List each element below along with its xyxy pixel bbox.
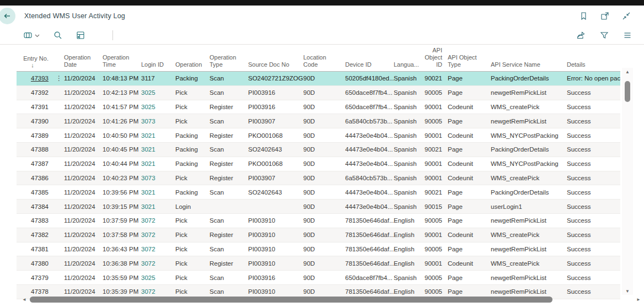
table-row[interactable]: 4738711/20/202410:40:44 PM3021PackingReg…: [17, 157, 620, 171]
table-row[interactable]: 4739111/20/202410:41:57 PM3025PickRegist…: [17, 100, 620, 114]
col-header-language[interactable]: Langua...: [394, 45, 420, 72]
cell-operation: Pick: [175, 256, 210, 271]
col-header-device_id[interactable]: Device ID: [345, 45, 394, 72]
col-header-login_id[interactable]: Login ID: [141, 45, 175, 72]
cell-row_menu: [54, 242, 64, 256]
table-row[interactable]: 4739011/20/202410:41:26 PM3073PickScanPI…: [17, 114, 620, 128]
analysis-mode-icon[interactable]: [76, 31, 85, 40]
entry-no-link[interactable]: 47379: [31, 274, 49, 281]
scroll-right-button[interactable]: ►: [634, 295, 643, 303]
table-row[interactable]: 4738311/20/202410:37:59 PM3072PickScanPI…: [17, 213, 620, 228]
col-header-operation[interactable]: Operation: [175, 45, 210, 72]
list-options-icon[interactable]: [623, 31, 632, 40]
scroll-up-button[interactable]: ▲: [622, 68, 633, 76]
login-id-link[interactable]: 3117: [141, 75, 155, 82]
table-row[interactable]: 4738611/20/202410:40:23 PM3073PickRegist…: [17, 171, 620, 185]
entry-no-link[interactable]: 47392: [31, 89, 49, 96]
col-header-source_doc_no[interactable]: Source Doc No: [248, 45, 303, 72]
cell-details: Success: [567, 185, 620, 200]
cell-row_menu: [54, 142, 64, 157]
entry-no-link[interactable]: 47393: [31, 75, 49, 82]
filter-icon[interactable]: [600, 31, 609, 40]
login-id-link[interactable]: 3021: [141, 160, 155, 167]
cell-operation: Packing: [175, 72, 210, 86]
cell-row_menu: [54, 228, 64, 242]
table-row[interactable]: 4737911/20/202410:35:59 PM3025PickScanPI…: [17, 271, 620, 285]
table-row[interactable]: 4738411/20/202410:39:15 PM3021Login90D44…: [17, 200, 620, 214]
login-id-link[interactable]: 3073: [141, 118, 155, 125]
dynamics-app-menu-button[interactable]: [23, 31, 40, 40]
table-row[interactable]: 4738911/20/202410:40:50 PM3021PackingReg…: [17, 128, 620, 143]
cell-device_id: 781350e646daf...: [345, 213, 394, 228]
cell-source_doc_no: SO2402643: [248, 185, 303, 200]
horizontal-scrollbar[interactable]: ◄ ►: [20, 295, 643, 303]
search-icon[interactable]: [53, 31, 62, 40]
login-id-link[interactable]: 3021: [141, 203, 155, 210]
entry-no-link[interactable]: 47389: [31, 132, 49, 139]
scroll-down-button[interactable]: ▼: [622, 287, 633, 295]
table-row[interactable]: 47393⋮11/20/202410:48:13 PM3117PackingSc…: [17, 72, 620, 86]
entry-no-link[interactable]: 47386: [31, 175, 49, 181]
table-row[interactable]: 4738111/20/202410:36:43 PM3072PickScanPI…: [17, 242, 620, 256]
table-row[interactable]: 4738211/20/202410:37:58 PM3072PickRegist…: [17, 228, 620, 242]
cell-details: Success: [567, 100, 620, 114]
col-header-operation_type[interactable]: Operation Type: [210, 45, 248, 72]
row-context-menu-icon[interactable]: ⋮: [56, 74, 62, 82]
cell-row_menu: [54, 100, 64, 114]
entry-no-link[interactable]: 47381: [31, 246, 49, 252]
cell-entry_no: 47381: [17, 242, 54, 256]
login-id-link[interactable]: 3072: [141, 260, 155, 267]
col-header-api_object_type[interactable]: API Object Type: [448, 45, 491, 72]
table-row[interactable]: 4738811/20/202410:40:45 PM3021PackingSca…: [17, 142, 620, 157]
cell-details: Success: [567, 213, 620, 228]
entry-no-link[interactable]: 47390: [31, 118, 49, 125]
login-id-link[interactable]: 3072: [141, 217, 155, 224]
col-header-details[interactable]: Details: [567, 45, 620, 72]
bookmark-icon[interactable]: [579, 12, 588, 20]
login-id-link[interactable]: 3021: [141, 189, 155, 196]
back-button[interactable]: [0, 8, 15, 24]
horizontal-scrollbar-thumb[interactable]: [30, 297, 552, 303]
table-row[interactable]: 4738511/20/202410:39:56 PM3021PackingSca…: [17, 185, 620, 200]
login-id-link[interactable]: 3072: [141, 288, 155, 295]
toolbar-right: [576, 31, 634, 40]
vertical-scrollbar[interactable]: ▲ ▼: [622, 68, 633, 295]
col-header-api_service_name[interactable]: API Service Name: [491, 45, 567, 72]
share-icon[interactable]: [576, 31, 586, 40]
collapse-icon[interactable]: [622, 12, 631, 20]
cell-operation_type: Register: [210, 171, 248, 185]
table-row[interactable]: 4739211/20/202410:42:13 PM3025PickScanPI…: [17, 85, 620, 100]
login-id-link[interactable]: 3073: [141, 175, 155, 181]
entry-no-link[interactable]: 47387: [31, 160, 49, 167]
login-id-link[interactable]: 3025: [141, 89, 155, 96]
cell-location_code: 90D: [303, 72, 345, 86]
login-id-link[interactable]: 3072: [141, 231, 155, 238]
horizontal-scrollbar-track[interactable]: [29, 295, 634, 303]
table-row[interactable]: 4738011/20/202410:36:38 PM3072PickRegist…: [17, 256, 620, 271]
login-id-link[interactable]: 3021: [141, 146, 155, 153]
login-id-link[interactable]: 3072: [141, 246, 155, 252]
entry-no-link[interactable]: 47388: [31, 146, 49, 153]
entry-no-link[interactable]: 47385: [31, 189, 49, 196]
cell-operation: Packing: [175, 157, 210, 171]
open-in-new-window-icon[interactable]: [600, 12, 609, 20]
entry-no-link[interactable]: 47383: [31, 217, 49, 224]
entry-no-link[interactable]: 47391: [31, 104, 49, 110]
login-id-link[interactable]: 3025: [141, 104, 155, 110]
login-id-link[interactable]: 3021: [141, 132, 155, 139]
col-header-api_object_id[interactable]: API Object ID: [420, 45, 448, 72]
cell-operation_type: Register: [210, 100, 248, 114]
cell-api_object_id: 90001: [420, 256, 448, 271]
scroll-left-button[interactable]: ◄: [20, 295, 29, 303]
col-header-operation_time[interactable]: Operation Time: [103, 45, 141, 72]
col-header-entry_no[interactable]: Entry No.↓: [17, 45, 54, 72]
entry-no-link[interactable]: 47384: [31, 203, 49, 210]
entry-no-link[interactable]: 47380: [31, 260, 49, 267]
col-header-operation_date[interactable]: Operation Date: [64, 45, 103, 72]
vertical-scrollbar-thumb[interactable]: [625, 81, 630, 102]
entry-no-link[interactable]: 47378: [31, 288, 49, 295]
col-header-location_code[interactable]: Location Code: [303, 45, 345, 72]
login-id-link[interactable]: 3025: [141, 274, 155, 281]
cell-operation: Login: [175, 200, 210, 214]
entry-no-link[interactable]: 47382: [31, 231, 49, 238]
